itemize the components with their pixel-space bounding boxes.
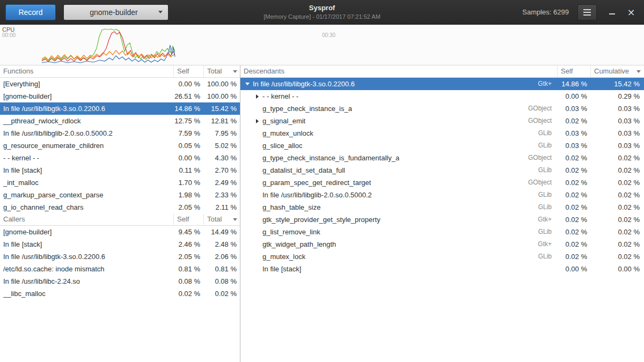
tree-row[interactable]: g_mutex_lockGLib0.02 %0.02 % bbox=[240, 250, 644, 263]
cumulative-percent: 0.03 % bbox=[590, 115, 644, 127]
cpu-graph[interactable]: CPU 00:00 00:30 bbox=[0, 25, 644, 65]
descendants-column-header[interactable]: Descendants bbox=[240, 65, 557, 77]
descendant-name-cell: g_hash_table_sizeGLib bbox=[240, 201, 557, 213]
functions-column-header[interactable]: Functions bbox=[0, 65, 173, 77]
sort-descending-icon bbox=[233, 70, 237, 73]
table-row[interactable]: [Everything]0.00 %100.00 % bbox=[0, 78, 240, 90]
cumulative-percent: 0.02 % bbox=[590, 189, 644, 201]
table-row[interactable]: /etc/ld.so.cache: inode mismatch0.81 %0.… bbox=[0, 263, 240, 275]
menu-button[interactable] bbox=[577, 4, 597, 20]
function-name: In file [stack] bbox=[0, 164, 173, 176]
total-percent: 5.02 % bbox=[203, 139, 240, 152]
tree-row[interactable]: g_mutex_unlockGLib0.03 %0.03 % bbox=[240, 127, 644, 139]
table-row[interactable]: In file /usr/lib/libc-2.24.so0.08 %0.08 … bbox=[0, 275, 240, 287]
library-category-label: GLib bbox=[538, 226, 557, 238]
tree-row[interactable]: g_list_remove_linkGLib0.02 %0.02 % bbox=[240, 226, 644, 238]
function-name: g_markup_parse_context_parse bbox=[0, 189, 173, 201]
expander-open-icon[interactable] bbox=[244, 83, 251, 85]
library-category-label: Gtk+ bbox=[538, 78, 557, 90]
library-category-label: GObject bbox=[528, 176, 557, 189]
right-pane: Descendants Self Cumulative In file /usr… bbox=[240, 65, 644, 362]
tree-row[interactable]: g_type_check_instance_is_fundamentally_a… bbox=[240, 152, 644, 164]
record-button[interactable]: Record bbox=[5, 4, 56, 20]
function-name: - - kernel - - bbox=[0, 152, 173, 164]
total-percent: 14.49 % bbox=[203, 226, 240, 238]
callers-total-column-header[interactable]: Total bbox=[203, 213, 240, 225]
function-name: g_param_spec_get_redirect_target bbox=[262, 176, 371, 189]
descendants-table: In file /usr/lib/libgtk-3.so.0.2200.6Gtk… bbox=[240, 78, 644, 275]
table-row[interactable]: In file /usr/lib/libglib-2.0.so.0.5000.2… bbox=[0, 127, 240, 139]
functions-total-label: Total bbox=[207, 65, 222, 77]
callers-column-header[interactable]: Callers bbox=[0, 213, 173, 225]
table-row[interactable]: __libc_malloc0.02 %0.02 % bbox=[0, 287, 240, 300]
tree-row[interactable]: g_type_check_instance_is_aGObject0.03 %0… bbox=[240, 102, 644, 115]
functions-self-column-header[interactable]: Self bbox=[173, 65, 203, 77]
minimize-button[interactable] bbox=[605, 4, 618, 20]
total-percent: 100.00 % bbox=[203, 78, 240, 90]
total-percent: 2.49 % bbox=[203, 176, 240, 189]
table-row[interactable]: In file [stack]0.11 %2.70 % bbox=[0, 164, 240, 176]
table-row[interactable]: g_io_channel_read_chars2.05 %2.11 % bbox=[0, 201, 240, 213]
self-percent: 0.03 % bbox=[557, 139, 590, 152]
table-row[interactable]: - - kernel - -0.00 %4.30 % bbox=[0, 152, 240, 164]
tree-row[interactable]: gtk_style_provider_get_style_propertyGtk… bbox=[240, 213, 644, 226]
tree-row[interactable]: - - kernel - -0.00 %0.29 % bbox=[240, 90, 644, 102]
self-percent: 9.45 % bbox=[173, 226, 203, 238]
function-name: In file [stack] bbox=[262, 263, 301, 275]
callers-total-label: Total bbox=[207, 213, 222, 225]
total-percent: 12.81 % bbox=[203, 115, 240, 127]
table-row[interactable]: In file /usr/lib/libgtk-3.so.0.2200.62.0… bbox=[0, 250, 240, 263]
self-percent: 0.05 % bbox=[173, 139, 203, 152]
close-icon: × bbox=[627, 8, 635, 17]
tree-row[interactable]: gtk_widget_path_lengthGtk+0.02 %0.02 % bbox=[240, 238, 644, 250]
tree-row[interactable]: g_param_spec_get_redirect_targetGObject0… bbox=[240, 176, 644, 189]
table-row[interactable]: [gnome-builder]26.51 %100.00 % bbox=[0, 90, 240, 102]
table-row[interactable]: __pthread_rwlock_rdlock12.75 %12.81 % bbox=[0, 115, 240, 127]
self-percent: 26.51 % bbox=[173, 90, 203, 102]
function-name: g_mutex_unlock bbox=[262, 127, 313, 139]
tree-row[interactable]: g_slice_allocGLib0.03 %0.03 % bbox=[240, 139, 644, 152]
self-percent: 7.59 % bbox=[173, 127, 203, 139]
window-title-block: Sysprof [Memory Capture] - 01/17/2017 07… bbox=[264, 4, 380, 20]
callers-self-column-header[interactable]: Self bbox=[173, 213, 203, 225]
self-percent: 14.86 % bbox=[557, 78, 590, 90]
functions-total-column-header[interactable]: Total bbox=[203, 65, 240, 77]
table-row[interactable]: [gnome-builder]9.45 %14.49 % bbox=[0, 226, 240, 238]
tree-row[interactable]: In file /usr/lib/libglib-2.0.so.0.5000.2… bbox=[240, 189, 644, 201]
expander-closed-icon[interactable] bbox=[253, 94, 261, 99]
cumulative-percent: 0.29 % bbox=[590, 90, 644, 102]
process-selector-dropdown[interactable]: gnome-builder bbox=[63, 4, 169, 20]
tree-row[interactable]: g_hash_table_sizeGLib0.02 %0.02 % bbox=[240, 201, 644, 213]
descendants-table-header: Descendants Self Cumulative bbox=[240, 65, 644, 78]
self-percent: 14.86 % bbox=[173, 102, 203, 115]
function-name: - - kernel - - bbox=[262, 90, 298, 102]
left-pane: Functions Self Total [Everything]0.00 %1… bbox=[0, 65, 240, 362]
table-row[interactable]: _int_malloc1.70 %2.49 % bbox=[0, 176, 240, 189]
table-row[interactable]: g_markup_parse_context_parse1.98 %2.33 % bbox=[0, 189, 240, 201]
library-category-label: GObject bbox=[528, 115, 557, 127]
function-name: g_slice_alloc bbox=[262, 139, 302, 152]
descendants-cumulative-column-header[interactable]: Cumulative bbox=[590, 65, 644, 77]
descendant-name-cell: g_list_remove_linkGLib bbox=[240, 226, 557, 238]
self-percent: 0.08 % bbox=[173, 275, 203, 287]
header-bar: Record gnome-builder Sysprof [Memory Cap… bbox=[0, 0, 644, 25]
function-name: __pthread_rwlock_rdlock bbox=[0, 115, 173, 127]
descendants-self-column-header[interactable]: Self bbox=[557, 65, 590, 77]
total-percent: 7.95 % bbox=[203, 127, 240, 139]
samples-count: Samples: 6299 bbox=[522, 8, 569, 16]
self-percent: 0.02 % bbox=[557, 226, 590, 238]
tree-row[interactable]: In file /usr/lib/libgtk-3.so.0.2200.6Gtk… bbox=[240, 78, 644, 90]
close-button[interactable]: × bbox=[625, 4, 638, 20]
left-pane-empty-area bbox=[0, 300, 240, 362]
tree-row[interactable]: In file [stack]0.00 %0.00 % bbox=[240, 263, 644, 275]
table-row[interactable]: In file [stack]2.46 %2.48 % bbox=[0, 238, 240, 250]
table-row[interactable]: g_resource_enumerate_children0.05 %5.02 … bbox=[0, 139, 240, 152]
sort-descending-icon bbox=[636, 70, 641, 73]
total-percent: 100.00 % bbox=[203, 90, 240, 102]
expander-closed-icon[interactable] bbox=[253, 119, 261, 123]
self-percent: 0.81 % bbox=[173, 263, 203, 275]
tree-row[interactable]: g_signal_emitGObject0.02 %0.03 % bbox=[240, 115, 644, 127]
cumulative-percent: 0.02 % bbox=[590, 238, 644, 250]
tree-row[interactable]: g_datalist_id_set_data_fullGLib0.02 %0.0… bbox=[240, 164, 644, 176]
table-row[interactable]: In file /usr/lib/libgtk-3.so.0.2200.614.… bbox=[0, 102, 240, 115]
